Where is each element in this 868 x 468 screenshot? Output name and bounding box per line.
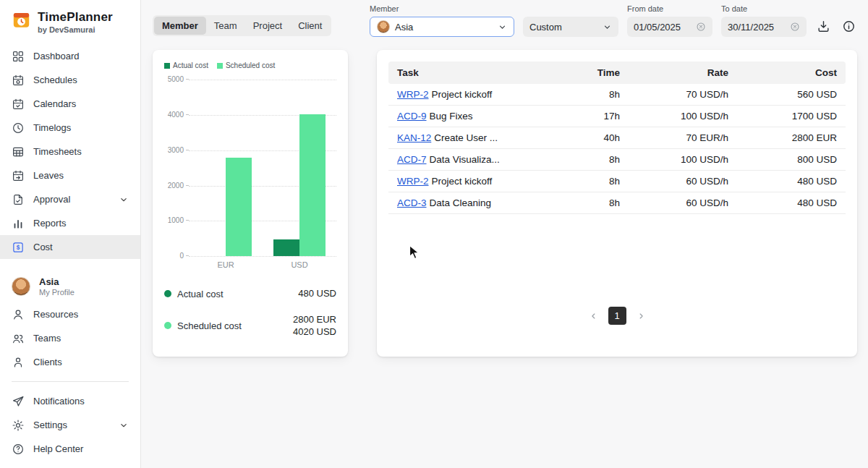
table-row[interactable]: WRP-2Project kickoff 8h 60 USD/h 480 USD [388, 171, 846, 192]
page-button-1[interactable]: 1 [608, 307, 626, 325]
sidebar-item-cost[interactable]: $ Cost [0, 235, 140, 259]
sidebar-item-leaves[interactable]: Leaves [0, 163, 140, 187]
tab-client[interactable]: Client [290, 17, 330, 35]
sidebar-item-help-center[interactable]: Help Center [0, 437, 140, 461]
scheduled-cost-swatch [217, 63, 223, 69]
member-select-value: Asia [395, 22, 413, 33]
sidebar-item-schedules[interactable]: Schedules [0, 68, 140, 92]
date-range-select[interactable]: Custom [523, 17, 618, 37]
sidebar-item-timelogs[interactable]: Timelogs [0, 116, 140, 140]
task-link[interactable]: KAN-12 [397, 132, 431, 143]
tab-team[interactable]: Team [206, 17, 245, 35]
sidebar-item-reports[interactable]: Reports [0, 211, 140, 235]
legend-item-scheduled: Scheduled cost [217, 61, 275, 69]
to-date-input[interactable]: 30/11/2025 [721, 17, 807, 37]
tab-project[interactable]: Project [245, 17, 290, 35]
table-row[interactable]: KAN-12Create User ... 40h 70 EUR/h 2800 … [388, 127, 846, 149]
prev-page-button[interactable] [584, 307, 603, 325]
actual-cost-swatch [164, 63, 170, 69]
task-link[interactable]: ACD-3 [397, 197, 427, 208]
y-tick-label: 0 [179, 252, 189, 260]
sidebar-item-label: Schedules [33, 75, 77, 85]
sidebar-item-label: Teams [33, 333, 61, 344]
task-link[interactable]: WRP-2 [397, 176, 429, 187]
summary-actual-cost: Actual cost 480 USD [164, 281, 336, 307]
paper-plane-icon [12, 395, 25, 408]
document-check-icon [12, 193, 25, 206]
clock-icon [12, 122, 25, 135]
sidebar-item-notifications[interactable]: Notifications [0, 389, 140, 413]
bar-actual-cost-usd [273, 239, 299, 256]
sidebar-item-teams[interactable]: Teams [0, 326, 140, 350]
sidebar-item-approval[interactable]: Approval [0, 187, 140, 211]
sidebar-item-label: Cost [33, 242, 53, 252]
chevron-down-icon[interactable] [119, 420, 129, 430]
sidebar-item-label: Help Center [33, 443, 83, 454]
task-link[interactable]: ACD-9 [397, 111, 427, 122]
table-row[interactable]: WRP-2Project kickoff 8h 70 USD/h 560 USD [388, 84, 846, 106]
col-task: Task [388, 61, 549, 84]
bar-scheduled-cost-eur [226, 158, 252, 257]
people-icon [12, 332, 25, 345]
to-date-label: To date [721, 4, 807, 14]
sidebar-profile[interactable]: Asia My Profile [0, 271, 140, 302]
tab-member[interactable]: Member [154, 17, 206, 35]
col-cost: Cost [737, 61, 846, 84]
sidebar-item-label: Notifications [33, 396, 85, 407]
divider [12, 381, 129, 382]
sidebar-item-label: Resources [33, 309, 78, 320]
from-date-value: 01/05/2025 [634, 22, 681, 33]
x-tick-label: USD [263, 260, 336, 269]
y-tick-label: 4000 [168, 111, 189, 119]
sidebar-item-timesheets[interactable]: Timesheets [0, 140, 140, 163]
sidebar-item-dashboard[interactable]: Dashboard [0, 44, 140, 68]
calendar-clock-icon [12, 74, 25, 87]
filter-controls: Member Asia Custom From date 01/05/2025 [370, 4, 857, 37]
sidebar-item-label: Calendars [33, 98, 76, 109]
y-tick-label: 5000 [168, 75, 189, 83]
pagination: 1 [584, 307, 650, 325]
col-rate: Rate [629, 61, 737, 84]
dollar-icon: $ [12, 241, 25, 254]
sidebar-item-label: Leaves [33, 170, 64, 181]
sidebar-item-clients[interactable]: Clients [0, 350, 140, 374]
y-tick-label: 1000 [168, 216, 189, 224]
avatar [377, 20, 390, 33]
sidebar-item-resources[interactable]: Resources [0, 302, 140, 326]
table-row[interactable]: ACD-9Bug Fixes 17h 100 USD/h 1700 USD [388, 106, 846, 127]
col-time: Time [549, 61, 629, 84]
calendar-check-icon [12, 98, 25, 111]
brand: TimePlanner by DevSamurai [0, 10, 140, 44]
client-icon [12, 356, 25, 369]
chevron-down-icon[interactable] [119, 195, 129, 205]
task-link[interactable]: WRP-2 [397, 89, 429, 100]
download-button[interactable] [815, 18, 832, 35]
sidebar-item-calendars[interactable]: Calendars [0, 92, 140, 116]
bar-group-usd [273, 80, 326, 256]
date-range-value: Custom [529, 22, 562, 33]
sidebar-item-settings[interactable]: Settings [0, 413, 140, 437]
sidebar-item-label: Reports [33, 218, 67, 229]
profile-subtitle: My Profile [39, 288, 75, 297]
clear-icon[interactable] [696, 22, 706, 32]
grid-icon [12, 50, 25, 63]
member-select[interactable]: Asia [370, 17, 514, 37]
cost-table: Task Time Rate Cost WRP-2Project kickoff… [388, 61, 846, 214]
chart-plot [189, 80, 336, 256]
content: Actual cost Scheduled cost 5000400030002… [141, 37, 868, 357]
table-header-row: Task Time Rate Cost [388, 61, 846, 84]
from-date-input[interactable]: 01/05/2025 [627, 17, 712, 37]
chart-y-axis: 500040003000200010000 [164, 80, 189, 256]
task-link[interactable]: ACD-7 [397, 154, 427, 165]
profile-name: Asia [39, 276, 75, 287]
table-row[interactable]: ACD-7Data Visualiza... 8h 100 USD/h 800 … [388, 149, 846, 171]
gear-icon [12, 419, 25, 432]
chart-legend: Actual cost Scheduled cost [164, 61, 336, 69]
table-row[interactable]: ACD-3Data Cleaning 8h 60 USD/h 480 USD [388, 192, 846, 214]
next-page-button[interactable] [632, 307, 650, 325]
clear-icon[interactable] [790, 22, 800, 32]
bar-scheduled-cost-usd [299, 114, 326, 256]
info-button[interactable] [841, 18, 857, 35]
x-tick-label: EUR [189, 260, 263, 269]
y-tick-label: 3000 [168, 146, 189, 154]
